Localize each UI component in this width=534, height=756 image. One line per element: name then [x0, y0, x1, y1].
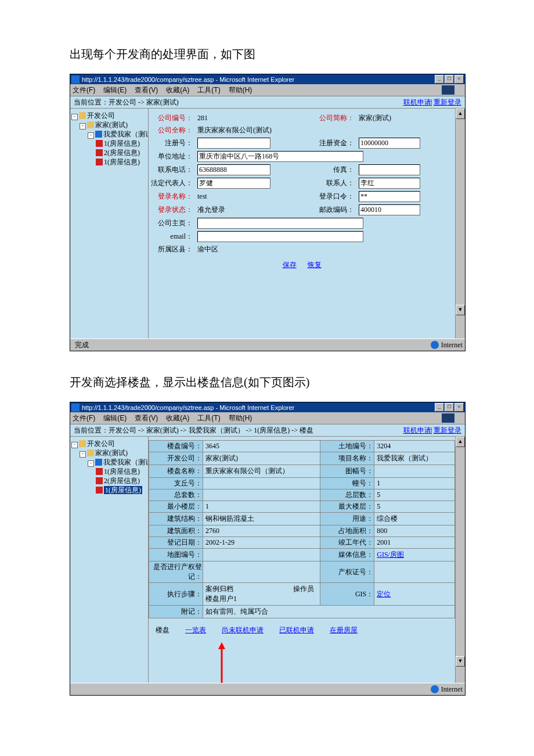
caption-1: 出现每个开发商的处理界面，如下图	[70, 46, 499, 62]
svg-marker-1	[218, 642, 225, 649]
menu-view[interactable]: 查看(V)	[135, 413, 158, 423]
menu-fav[interactable]: 收藏(A)	[166, 85, 189, 95]
scrollbar[interactable]: ▲▼	[455, 109, 465, 339]
folder-icon	[87, 449, 94, 456]
nav-tree: -开发公司 -家家(测试) -我爱我家（测试） 1(房屋信息) 2(房屋信息) …	[70, 437, 148, 683]
annotation-arrow	[149, 642, 455, 683]
maximize-button[interactable]: □	[445, 403, 454, 412]
leaf-icon	[96, 477, 103, 484]
link-list[interactable]: 一览表	[185, 626, 206, 634]
legal-input[interactable]	[197, 178, 270, 189]
tree-leaf[interactable]: 1(房屋信息)	[104, 158, 140, 166]
link-applied[interactable]: 已联机申请	[279, 626, 314, 634]
throbber-icon	[442, 85, 454, 95]
location-bar: 当前位置：开发公司 -> 家家(测试) -> 我爱我家（测试） -> 1(房屋信…	[70, 424, 465, 437]
collapse-icon[interactable]: -	[80, 451, 86, 458]
tree-company[interactable]: 家家(测试)	[95, 121, 128, 129]
window-titlebar: http://1.1.1.243/trade2000/company/sztre…	[70, 74, 465, 84]
fax-input[interactable]	[359, 164, 420, 175]
breadcrumb: 当前位置：开发公司 -> 家家(测试) -> 我爱我家（测试） -> 1(房屋信…	[74, 426, 402, 435]
email-input[interactable]	[197, 231, 363, 242]
link-relogin[interactable]: 重新登录	[434, 98, 461, 107]
scrollbar[interactable]: ▲▼	[455, 437, 465, 683]
tree-leaf[interactable]: 1(房屋信息)	[104, 139, 140, 147]
node-icon	[95, 459, 102, 466]
leaf-icon	[96, 149, 103, 156]
scroll-down-icon[interactable]: ▼	[456, 305, 465, 315]
tree-root[interactable]: 开发公司	[87, 111, 115, 120]
nav-tree: -开发公司 -家家(测试) -我爱我家（测试） 1(房屋信息) 2(房屋信息) …	[70, 109, 148, 339]
menu-tools[interactable]: 工具(T)	[197, 413, 220, 423]
ie-icon	[71, 404, 80, 412]
tree-leaf[interactable]: 2(房屋信息)	[104, 149, 140, 157]
status-bar: Internet	[70, 683, 465, 695]
node-icon	[95, 131, 102, 138]
zip-input[interactable]	[359, 204, 420, 215]
screenshot-1: http://1.1.1.243/trade2000/company/sztre…	[70, 74, 466, 351]
bottom-links: 楼盘 一览表 尚未联机申请 已联机申请 在册房屋	[149, 618, 455, 642]
menu-view[interactable]: 查看(V)	[135, 85, 158, 95]
location-bar: 当前位置：开发公司 -> 家家(测试) 联机申请 | 重新登录	[70, 96, 465, 109]
tel-input[interactable]	[197, 164, 270, 175]
cap-input[interactable]	[359, 138, 420, 149]
home-input[interactable]	[197, 218, 363, 229]
close-button[interactable]: ×	[454, 75, 464, 84]
gis-link[interactable]: 定位	[377, 590, 391, 598]
scroll-up-icon[interactable]: ▲	[456, 109, 465, 119]
menu-edit[interactable]: 编辑(E)	[103, 85, 127, 95]
window-title: http://1.1.1.243/trade2000/company/sztre…	[82, 76, 435, 83]
menu-edit[interactable]: 编辑(E)	[103, 413, 127, 423]
pwd-input[interactable]	[359, 191, 420, 202]
menu-help[interactable]: 帮助(H)	[229, 85, 252, 95]
save-link[interactable]: 保存	[283, 261, 297, 269]
screenshot-2: http://1.1.1.243/trade2000/company/sztre…	[70, 402, 466, 696]
status-bar: 完成 Internet	[70, 339, 465, 351]
throbber-icon	[442, 413, 454, 423]
minimize-button[interactable]: _	[435, 403, 444, 412]
minimize-button[interactable]: _	[435, 75, 444, 84]
folder-icon	[79, 112, 86, 119]
collapse-icon[interactable]: -	[80, 123, 86, 129]
close-button[interactable]: ×	[454, 403, 464, 412]
reset-link[interactable]: 恢复	[308, 261, 322, 269]
collapse-icon[interactable]: -	[71, 114, 78, 120]
collapse-icon[interactable]: -	[71, 442, 78, 448]
collapse-icon[interactable]: -	[88, 460, 94, 467]
company-form: 公司编号：281 公司简称：家家(测试) 公司全称：重庆家家有限公司(测试) 注…	[148, 109, 455, 339]
folder-icon	[79, 440, 86, 447]
caption-2: 开发商选择楼盘，显示出楼盘信息(如下页图示)	[70, 375, 499, 390]
maximize-button[interactable]: □	[445, 75, 454, 84]
link-pending[interactable]: 尚未联机申请	[222, 626, 264, 634]
media-link[interactable]: GIS/房图	[377, 550, 404, 559]
menu-bar: 文件(F) 编辑(E) 查看(V) 收藏(A) 工具(T) 帮助(H)	[70, 84, 465, 96]
leaf-icon	[96, 140, 103, 147]
menu-fav[interactable]: 收藏(A)	[166, 413, 189, 423]
addr-input[interactable]	[197, 151, 363, 162]
menu-file[interactable]: 文件(F)	[73, 85, 95, 95]
window-titlebar: http://1.1.1.243/trade2000/company/sztre…	[70, 402, 465, 412]
internet-icon	[431, 685, 439, 693]
menu-file[interactable]: 文件(F)	[73, 413, 95, 423]
internet-icon	[431, 341, 439, 349]
tree-leaf-selected[interactable]: 1(房屋信息)	[104, 486, 142, 494]
leaf-icon	[96, 159, 103, 165]
leaf-icon	[96, 487, 103, 494]
reg-input[interactable]	[197, 138, 270, 149]
leaf-icon	[96, 468, 103, 475]
folder-icon	[87, 121, 94, 128]
link-apply[interactable]: 联机申请	[403, 426, 431, 435]
menu-help[interactable]: 帮助(H)	[229, 413, 252, 423]
building-detail: 楼盘编号：3645土地编号：3204 开发公司：家家(测试)项目名称：我爱我家（…	[148, 437, 455, 683]
breadcrumb: 当前位置：开发公司 -> 家家(测试)	[74, 98, 402, 107]
link-registered[interactable]: 在册房屋	[330, 626, 358, 634]
scroll-down-icon[interactable]: ▼	[456, 656, 465, 667]
link-relogin[interactable]: 重新登录	[434, 426, 461, 435]
menu-bar: 文件(F) 编辑(E) 查看(V) 收藏(A) 工具(T) 帮助(H)	[70, 412, 465, 424]
link-apply[interactable]: 联机申请	[403, 98, 431, 107]
contact-input[interactable]	[359, 178, 420, 189]
menu-tools[interactable]: 工具(T)	[197, 85, 220, 95]
collapse-icon[interactable]: -	[88, 132, 94, 139]
scroll-up-icon[interactable]: ▲	[456, 437, 465, 447]
ie-icon	[71, 75, 80, 84]
